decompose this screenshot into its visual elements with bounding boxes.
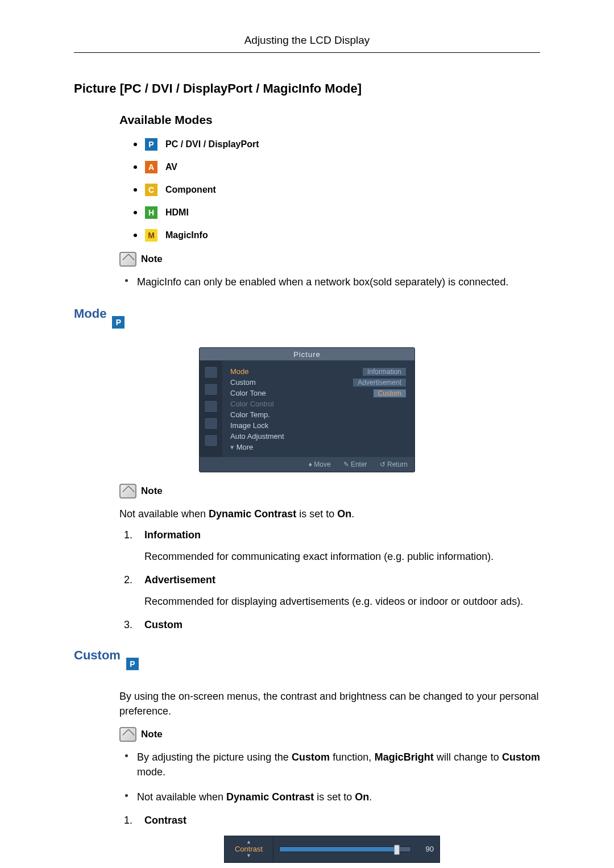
mode-section-heading: Mode P <box>74 306 540 338</box>
osd-side-icons <box>200 360 222 457</box>
osd-title: Picture <box>200 348 414 360</box>
note-icon <box>119 727 136 742</box>
osd-row-label: More <box>230 443 253 451</box>
note-block: Note <box>119 252 540 267</box>
list-title: Custom <box>144 619 182 631</box>
osd-row-autoadj: Auto Adjustment <box>230 431 406 442</box>
osd-side-icon <box>204 383 218 396</box>
slider-knob <box>394 845 400 855</box>
bullet-dot <box>134 143 137 146</box>
mode-label: MagicInfo <box>165 230 208 240</box>
osd-row-more: More <box>230 442 406 452</box>
bullet-dot <box>134 234 137 237</box>
mode-options-list: 1. Information Recommended for communica… <box>119 529 540 631</box>
note-label: Note <box>141 254 163 265</box>
section-title: Picture [PC / DVI / DisplayPort / MagicI… <box>74 81 540 96</box>
osd-footer-enter: ✎ Enter <box>343 460 367 468</box>
custom-section-heading: Custom P <box>74 648 540 680</box>
mode-badge-h-icon: H <box>145 206 157 219</box>
bullet-dot <box>134 188 137 192</box>
top-divider <box>74 52 540 53</box>
bullet-text: By adjusting the picture using the Custo… <box>137 750 540 779</box>
osd-row-colortemp: Color Temp. <box>230 409 406 420</box>
custom-bullet-1: By adjusting the picture using the Custo… <box>125 750 540 779</box>
list-number: 2. <box>124 574 136 586</box>
available-modes-list: P PC / DVI / DisplayPort A AV C Componen… <box>119 138 540 242</box>
custom-intro: By using the on-screen menus, the contra… <box>119 689 540 719</box>
list-title: Advertisement <box>144 574 215 586</box>
osd-row-label: Custom <box>230 378 256 387</box>
osd-row-label: Color Tone <box>230 389 266 397</box>
mode-label: PC / DVI / DisplayPort <box>165 139 259 149</box>
mode-badge-p-icon: P <box>145 138 157 151</box>
osd-row-label: Color Control <box>230 400 274 408</box>
osd-row-label: Image Lock <box>230 421 268 430</box>
osd-row-colorcontrol: Color Control <box>230 398 406 409</box>
list-number: 3. <box>124 619 136 631</box>
mode-item-magicinfo: M MagicInfo <box>134 229 540 242</box>
contrast-slider-screenshot: ▲ Contrast ▼ 90 <box>124 836 540 863</box>
mode-label: AV <box>165 162 177 172</box>
mode-not-available: Not available when Dynamic Contrast is s… <box>119 506 540 521</box>
note-icon <box>119 484 136 499</box>
slider-fill <box>280 847 397 852</box>
mode-badge-c-icon: C <box>145 184 157 196</box>
available-modes-heading: Available Modes <box>119 113 540 127</box>
osd-side-icon <box>204 400 218 413</box>
list-title: Contrast <box>144 815 186 827</box>
custom-note-bullets: By adjusting the picture using the Custo… <box>119 750 540 804</box>
bullet-dot <box>134 211 137 214</box>
custom-bullet-2: Not available when Dynamic Contrast is s… <box>125 790 540 804</box>
mode-item-pc: P PC / DVI / DisplayPort <box>134 138 540 151</box>
bullet-dot <box>125 754 128 757</box>
mode-label: Component <box>165 185 216 195</box>
mode-badge-m-icon: M <box>145 229 157 242</box>
contrast-slider: ▲ Contrast ▼ 90 <box>224 836 440 863</box>
mode-option-custom: 3. Custom <box>124 619 540 631</box>
osd-side-icon <box>204 434 218 447</box>
osd-row-value: Advertisement <box>352 378 406 387</box>
osd-side-icon <box>204 366 218 379</box>
osd-row-label: Color Temp. <box>230 410 270 419</box>
mode-item-hdmi: H HDMI <box>134 206 540 219</box>
mode-item-av: A AV <box>134 161 540 173</box>
slider-track <box>279 846 411 852</box>
osd-footer-move: ♦ Move <box>309 460 331 468</box>
osd-row-value: Information <box>362 367 406 376</box>
mode-label: HDMI <box>165 207 189 218</box>
osd-footer-return: ↺ Return <box>380 460 408 468</box>
osd-row-value-selected: Custom <box>373 389 406 398</box>
slider-label-block: ▲ Contrast ▼ <box>225 836 273 862</box>
osd-row-colortone: Color Tone Custom <box>230 388 406 398</box>
osd-side-icon <box>204 417 218 430</box>
arrow-down-icon: ▼ <box>246 853 251 858</box>
note-icon <box>119 252 136 267</box>
osd-row-imagelock: Image Lock <box>230 420 406 431</box>
mode-option-information: 1. Information Recommended for communica… <box>124 529 540 564</box>
bullet-dot <box>125 794 128 797</box>
slider-value: 90 <box>417 845 434 853</box>
mode-option-advertisement: 2. Advertisement Recommended for display… <box>124 574 540 609</box>
bullet-dot <box>134 165 137 169</box>
note-bullets: MagicInfo can only be enabled when a net… <box>119 275 540 289</box>
list-desc: Recommended for communicating exact info… <box>124 549 540 564</box>
custom-sub-contrast: 1. Contrast ▲ Contrast ▼ 90 <box>124 815 540 863</box>
custom-sublist: 1. Contrast ▲ Contrast ▼ 90 <box>119 815 540 863</box>
osd-row-label: Mode <box>230 367 249 376</box>
note-bullet-item: MagicInfo can only be enabled when a net… <box>125 275 540 289</box>
list-number: 1. <box>124 815 136 827</box>
note-block: Note <box>119 727 540 742</box>
arrow-up-icon: ▲ <box>246 840 251 845</box>
list-title: Information <box>144 529 201 541</box>
bullet-text: Not available when Dynamic Contrast is s… <box>137 790 372 804</box>
slider-label: Contrast <box>235 845 263 853</box>
osd-screenshot: Picture Mode Information Custom Advertis… <box>74 347 540 472</box>
osd-row-mode: Mode Information <box>230 366 406 377</box>
osd-footer: ♦ Move ✎ Enter ↺ Return <box>200 457 414 472</box>
mode-badge-p-icon: P <box>126 658 139 670</box>
list-desc: Recommended for displaying advertisement… <box>124 594 540 609</box>
osd-main: Mode Information Custom Advertisement Co… <box>222 360 414 457</box>
mode-heading: Mode <box>74 306 106 321</box>
mode-badge-p-icon: P <box>112 316 125 329</box>
bullet-dot <box>125 279 128 282</box>
